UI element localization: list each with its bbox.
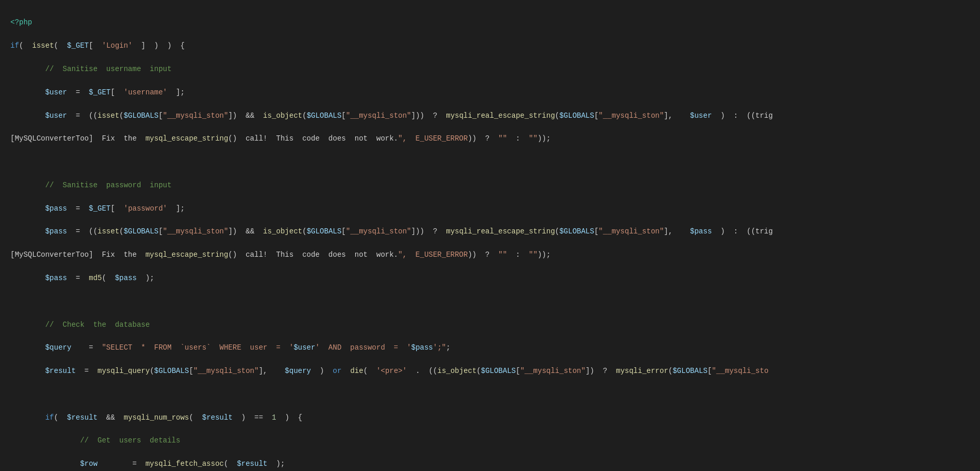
- line-10: $pass = ((isset($GLOBALS["__mysqli_ston"…: [10, 226, 970, 237]
- line-19: // Get users details: [10, 435, 970, 446]
- line-17: [10, 389, 970, 400]
- line-8: // Sanitise password input: [10, 179, 970, 191]
- line-3: // Sanitise username input: [10, 63, 970, 75]
- line-9: $pass = $_GET[ 'password' ];: [10, 203, 970, 214]
- line-14: // Check the database: [10, 319, 970, 330]
- line-13: [10, 296, 970, 307]
- line-1: <?php: [10, 17, 970, 28]
- line-18: if( $result && mysqli_num_rows( $result …: [10, 412, 970, 423]
- line-11: [MySQLConverterToo] Fix the mysql_escape…: [10, 249, 970, 260]
- line-5: $user = ((isset($GLOBALS["__mysqli_ston"…: [10, 110, 970, 121]
- line-4: $user = $_GET[ 'username' ];: [10, 87, 970, 98]
- line-16: $result = mysqli_query($GLOBALS["__mysql…: [10, 365, 970, 377]
- line-7: [10, 156, 970, 168]
- line-6: [MySQLConverterToo] Fix the mysql_escape…: [10, 133, 970, 144]
- line-15: $query = "SELECT * FROM `users` WHERE us…: [10, 342, 970, 353]
- line-12: $pass = md5( $pass );: [10, 272, 970, 284]
- line-2: if( isset( $_GET[ 'Login' ] ) ) {: [10, 40, 970, 51]
- code-editor: <?php if( isset( $_GET[ 'Login' ] ) ) { …: [0, 0, 980, 471]
- line-20: $row = mysqli_fetch_assoc( $result );: [10, 458, 970, 469]
